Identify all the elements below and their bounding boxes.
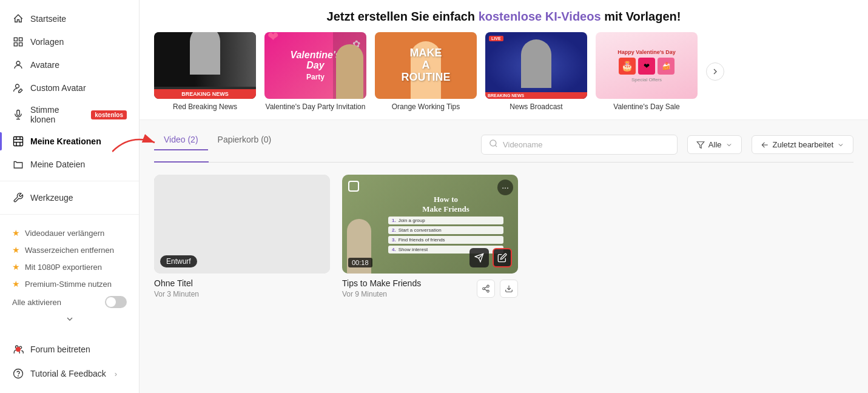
sidebar-item-vorlagen[interactable]: Vorlagen: [0, 30, 139, 53]
share-button[interactable]: [477, 280, 495, 298]
templates-next-button[interactable]: [706, 62, 724, 81]
tabs-row: Video (2) Papierkorb (0): [154, 130, 281, 150]
sidebar-item-stimme-klonen[interactable]: Stimme klonen kostenlos: [0, 99, 139, 130]
step-num: 1.: [392, 218, 396, 223]
svg-point-18: [14, 369, 23, 378]
user-icon: [12, 59, 24, 71]
template-working-tips[interactable]: MAKEAROUTINE Orange Working Tips: [375, 32, 477, 111]
breaking-bar: BREAKING NEWS: [485, 92, 587, 99]
content-area: Video (2) Papierkorb (0) Alle: [140, 120, 868, 393]
premium-label: Videodauer verlängern: [25, 229, 104, 238]
filter-button[interactable]: Alle: [687, 135, 742, 154]
sidebar-item-label: Vorlagen: [30, 37, 64, 47]
template-label: News Broadcast: [510, 102, 562, 111]
step-num: 3.: [392, 237, 396, 243]
video-thumb[interactable]: Entwurf: [154, 175, 330, 274]
sidebar-item-label: Meine Dateien: [30, 160, 85, 169]
mic-icon: [12, 109, 24, 121]
video-thumb[interactable]: How toMake Friends 1. Join a group 2. St…: [342, 175, 518, 274]
news-bg: [154, 32, 256, 87]
send-button[interactable]: [469, 248, 489, 267]
alle-aktivieren-toggle[interactable]: [105, 296, 127, 308]
sort-label: Zuletzt bearbeitet: [773, 140, 833, 149]
sidebar-item-werkzeuge[interactable]: Werkzeuge: [0, 186, 139, 209]
premium-section: ★ Videodauer verlängern ★ Wasserzeichen …: [0, 220, 139, 331]
premium-item-wasserzeichen[interactable]: ★ Wasserzeichen entfernen: [12, 241, 127, 258]
sidebar-item-forum[interactable]: Forum beitreten: [0, 337, 139, 361]
premium-label: Wasserzeichen entfernen: [25, 246, 114, 255]
svg-line-29: [485, 286, 487, 287]
svg-point-19: [18, 375, 19, 376]
step-row: 3. Find friends of friends: [388, 236, 503, 244]
video-meta: Vor 9 Minuten: [342, 290, 421, 298]
sidebar-item-avatare[interactable]: Avatare: [0, 53, 139, 76]
sidebar-item-label: Custom Avatar: [30, 83, 86, 93]
svg-point-4: [16, 61, 20, 65]
template-valentines-party[interactable]: ❤ ✿ Valentine'sDayParty Valentine's Day …: [264, 32, 366, 111]
banner-title: Jetzt erstellen Sie einfach kostenlose K…: [154, 10, 853, 24]
premium-item-export[interactable]: ★ Mit 1080P exportieren: [12, 258, 127, 275]
template-thumb: Happy Valentine's Day 🎂 ❤ 🍰 Special Offe…: [596, 32, 698, 99]
svg-rect-3: [19, 43, 22, 46]
home-icon: [12, 13, 24, 25]
sidebar-bottom: Forum beitreten Tutorial & Feedback ›: [0, 337, 139, 386]
svg-rect-9: [14, 137, 23, 146]
template-label: Red Breaking News: [173, 102, 237, 111]
star-icon: ★: [12, 262, 20, 272]
more-options-button[interactable]: ···: [497, 180, 513, 195]
main-content: Jetzt erstellen Sie einfach kostenlose K…: [140, 0, 868, 393]
video-actions: [469, 248, 512, 267]
template-thumb: LIVE BREAKING NEWS: [485, 32, 587, 99]
forum-notification-dot: [16, 347, 21, 352]
divider: [0, 181, 139, 181]
edit-button[interactable]: [493, 248, 512, 267]
sidebar-item-tutorial[interactable]: Tutorial & Feedback ›: [0, 361, 139, 386]
users-icon: [12, 343, 24, 355]
svg-point-21: [490, 140, 496, 146]
sidebar-item-startseite[interactable]: Startseite: [0, 7, 139, 30]
video-duration: 00:18: [348, 258, 372, 267]
search-input[interactable]: [503, 140, 670, 149]
star-icon: ★: [12, 245, 20, 255]
divider2: [0, 214, 139, 215]
search-box: [481, 135, 678, 155]
sidebar-item-custom-avatar[interactable]: Custom Avatar: [0, 76, 139, 99]
video-footer: Tips to Make Friends Vor 9 Minuten: [342, 278, 518, 298]
friends-title: How toMake Friends: [378, 195, 513, 214]
template-thumb: BREAKING NEWS: [154, 32, 256, 99]
svg-point-26: [483, 287, 485, 290]
draft-badge: Entwurf: [160, 255, 197, 267]
premium-item-videodauer[interactable]: ★ Videodauer verlängern: [12, 224, 127, 241]
svg-point-27: [487, 290, 490, 292]
tab-video[interactable]: Video (2): [154, 130, 208, 150]
video-share-download: [477, 280, 518, 298]
svg-rect-2: [14, 43, 17, 46]
sidebar-item-label: Forum beitreten: [30, 344, 90, 354]
sidebar-item-label: Werkzeuge: [30, 193, 73, 203]
templates-row: BREAKING NEWS Red Breaking News ❤ ✿ Vale…: [154, 32, 853, 119]
film-icon: [12, 135, 24, 147]
breaking-news-bar: BREAKING NEWS: [154, 89, 256, 99]
template-breaking-news[interactable]: BREAKING NEWS Red Breaking News: [154, 32, 256, 111]
sidebar-item-label: Meine Kreationen: [30, 136, 101, 146]
banner-title-highlight: kostenlose KI-Videos: [479, 10, 601, 23]
video-title: Tips to Make Friends: [342, 278, 421, 288]
template-valentines-sale[interactable]: Happy Valentine's Day 🎂 ❤ 🍰 Special Offe…: [596, 32, 698, 111]
expand-premium-button[interactable]: [12, 312, 127, 326]
template-news-broadcast[interactable]: LIVE BREAKING NEWS News Broadcast: [485, 32, 587, 111]
sidebar: Startseite Vorlagen Avatare Custom Avata…: [0, 0, 140, 393]
sidebar-item-label: Startseite: [30, 14, 66, 24]
tab-papierkorb[interactable]: Papierkorb (0): [208, 130, 281, 150]
svg-point-25: [487, 285, 490, 287]
tool-icon: [12, 192, 24, 204]
star-icon: ★: [12, 228, 20, 238]
video-grid: Entwurf Ohne Titel Vor 3 Minuten: [154, 175, 853, 298]
kostenlos-badge: kostenlos: [91, 110, 127, 119]
select-checkbox[interactable]: [348, 181, 359, 192]
sidebar-item-meine-dateien[interactable]: Meine Dateien: [0, 153, 139, 176]
video-footer: Ohne Titel Vor 3 Minuten: [154, 278, 330, 298]
premium-item-stimme[interactable]: ★ Premium-Stimme nutzen: [12, 275, 127, 292]
download-button[interactable]: [500, 280, 518, 298]
sort-button[interactable]: Zuletzt bearbeitet: [752, 135, 853, 154]
sidebar-item-meine-kreationen[interactable]: Meine Kreationen: [0, 130, 139, 153]
